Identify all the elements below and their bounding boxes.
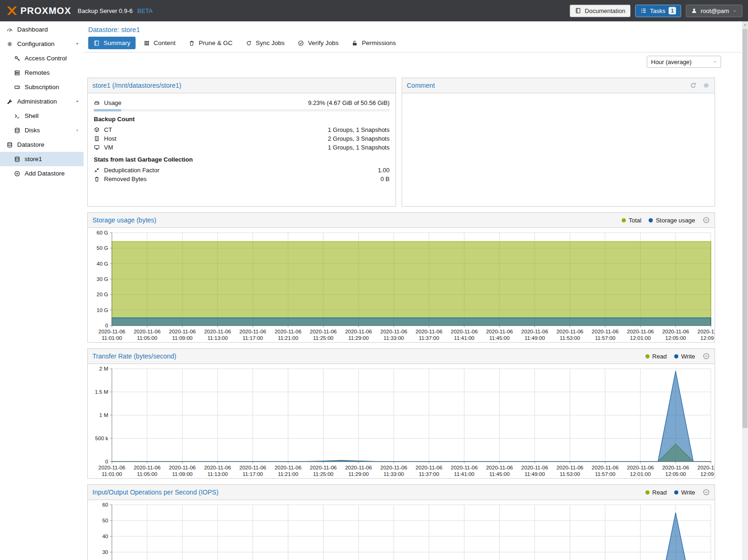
beta-link[interactable]: BETA <box>137 7 153 14</box>
removed-bytes-row: Removed Bytes 0 B <box>94 175 390 183</box>
svg-text:11:29:00: 11:29:00 <box>348 471 369 477</box>
chevron-down-icon[interactable] <box>75 99 80 104</box>
svg-text:2020-11-06: 2020-11-06 <box>592 329 618 334</box>
svg-text:2020-11-06: 2020-11-06 <box>380 329 407 334</box>
svg-text:2020-11-06: 2020-11-06 <box>345 465 372 470</box>
chevron-down-icon <box>732 8 737 13</box>
unlock-icon <box>351 40 358 46</box>
collapse-icon[interactable] <box>702 488 710 496</box>
read-legend-dot <box>645 354 650 358</box>
chevron-right-icon[interactable] <box>75 128 80 133</box>
svg-text:11:53:00: 11:53:00 <box>560 471 580 477</box>
summary-toolbar: Hour (average) <box>84 52 748 71</box>
plus-circle-icon <box>14 170 20 177</box>
sidebar-item-configuration[interactable]: Configuration <box>0 37 84 51</box>
legend-read[interactable]: Read <box>645 489 667 496</box>
svg-text:11:25:00: 11:25:00 <box>313 471 333 477</box>
collapse-icon[interactable] <box>702 352 710 360</box>
transfer-rate-title: Transfer Rate (bytes/second) <box>92 352 176 360</box>
gc-stats-heading: Stats from last Garbage Collection <box>94 156 390 163</box>
tab-permissions[interactable]: Permissions <box>346 37 401 49</box>
check-circle-icon <box>298 40 304 46</box>
svg-text:11:41:00: 11:41:00 <box>454 471 475 477</box>
sidebar: Dashboard Configuration Access Control R… <box>0 21 84 560</box>
tab-sync-jobs[interactable]: Sync Jobs <box>241 37 290 49</box>
tab-content[interactable]: Content <box>138 37 181 49</box>
trash-icon <box>189 40 195 46</box>
svg-text:500 k: 500 k <box>95 436 108 441</box>
sidebar-item-add-datastore[interactable]: Add Datastore <box>0 166 84 181</box>
sidebar-item-administration[interactable]: Administration <box>0 94 84 109</box>
svg-text:12:09:00: 12:09:00 <box>701 471 715 477</box>
svg-text:2020-11-06: 2020-11-06 <box>380 465 407 470</box>
sidebar-item-disks[interactable]: Disks <box>0 123 84 137</box>
svg-text:2020-11-06: 2020-11-06 <box>169 465 196 470</box>
svg-text:50 G: 50 G <box>97 245 108 251</box>
svg-text:30 G: 30 G <box>97 276 108 282</box>
legend-total[interactable]: Total <box>622 217 641 224</box>
server-icon <box>14 70 20 76</box>
tab-verify-jobs[interactable]: Verify Jobs <box>293 37 344 49</box>
chevron-down-icon[interactable] <box>75 41 80 46</box>
read-legend-dot <box>645 490 650 495</box>
svg-text:1 M: 1 M <box>99 412 108 418</box>
sidebar-item-remotes[interactable]: Remotes <box>0 65 84 80</box>
svg-text:2020-11-06: 2020-11-06 <box>697 329 715 334</box>
iops-chart: 01020304050602020-11-0611:01:002020-11-0… <box>88 500 715 560</box>
sidebar-item-access-control[interactable]: Access Control <box>0 51 84 65</box>
usage-value: 9.23% (4.67 GiB of 50.56 GiB) <box>308 99 390 106</box>
svg-text:2020-11-06: 2020-11-06 <box>486 329 513 334</box>
ct-count-row: CT 1 Groups, 1 Snapshots <box>94 125 390 134</box>
timeframe-select[interactable]: Hour (average) <box>647 56 721 68</box>
sidebar-item-store1[interactable]: store1 <box>0 152 84 166</box>
svg-text:11:09:00: 11:09:00 <box>172 335 193 341</box>
svg-text:11:21:00: 11:21:00 <box>278 471 298 477</box>
proxmox-logo-icon <box>6 5 18 17</box>
sidebar-item-dashboard[interactable]: Dashboard <box>0 22 84 37</box>
tasks-button[interactable]: Tasks 1 <box>635 5 681 17</box>
terminal-icon <box>14 113 20 119</box>
sidebar-item-shell[interactable]: Shell <box>0 109 84 123</box>
svg-text:2020-11-06: 2020-11-06 <box>556 329 583 334</box>
collapse-icon[interactable] <box>702 216 710 224</box>
scrollbar-thumb[interactable] <box>742 29 748 428</box>
svg-text:11:17:00: 11:17:00 <box>243 335 263 341</box>
reload-icon[interactable] <box>689 82 697 89</box>
svg-text:2020-11-06: 2020-11-06 <box>521 329 548 334</box>
svg-text:2020-11-06: 2020-11-06 <box>310 329 337 334</box>
svg-text:2020-11-06: 2020-11-06 <box>274 465 301 470</box>
svg-text:11:17:00: 11:17:00 <box>243 471 263 477</box>
svg-text:20 G: 20 G <box>97 292 108 297</box>
legend-write[interactable]: Write <box>674 353 695 360</box>
legend-storage-usage[interactable]: Storage usage <box>649 217 695 224</box>
svg-text:2020-11-06: 2020-11-06 <box>240 329 267 334</box>
gear-icon <box>7 41 13 47</box>
hdd-icon <box>94 100 100 106</box>
tab-summary[interactable]: Summary <box>88 37 136 49</box>
scroll-up-button[interactable] <box>742 21 748 28</box>
main-content: Datastore: store1 Summary Content Prune … <box>84 21 748 560</box>
svg-text:2020-11-06: 2020-11-06 <box>521 465 548 470</box>
total-legend-dot <box>622 218 626 222</box>
svg-text:12:05:00: 12:05:00 <box>665 335 686 341</box>
documentation-button[interactable]: Documentation <box>570 5 630 17</box>
tab-prune-gc[interactable]: Prune & GC <box>183 37 238 49</box>
compress-icon <box>94 167 100 173</box>
svg-text:2020-11-06: 2020-11-06 <box>274 329 301 334</box>
legend-write[interactable]: Write <box>674 489 695 496</box>
svg-text:12:01:00: 12:01:00 <box>630 335 651 341</box>
svg-text:11:25:00: 11:25:00 <box>313 335 333 341</box>
user-menu-button[interactable]: root@pam <box>686 5 742 17</box>
svg-text:11:45:00: 11:45:00 <box>489 335 510 341</box>
usage-progress-bar <box>94 109 390 111</box>
svg-text:11:13:00: 11:13:00 <box>208 335 228 341</box>
gear-icon[interactable] <box>702 82 710 89</box>
summary-scroll-region: store1 (/mnt/datastores/store1) Usage 9.… <box>84 71 748 560</box>
sidebar-item-subscription[interactable]: Subscription <box>0 80 84 94</box>
legend-read[interactable]: Read <box>645 353 667 360</box>
svg-text:2020-11-06: 2020-11-06 <box>240 465 267 470</box>
vertical-scrollbar[interactable] <box>742 21 748 560</box>
sidebar-item-datastore[interactable]: Datastore <box>0 137 84 152</box>
svg-text:2020-11-06: 2020-11-06 <box>416 329 442 334</box>
svg-text:60 G: 60 G <box>97 230 108 235</box>
